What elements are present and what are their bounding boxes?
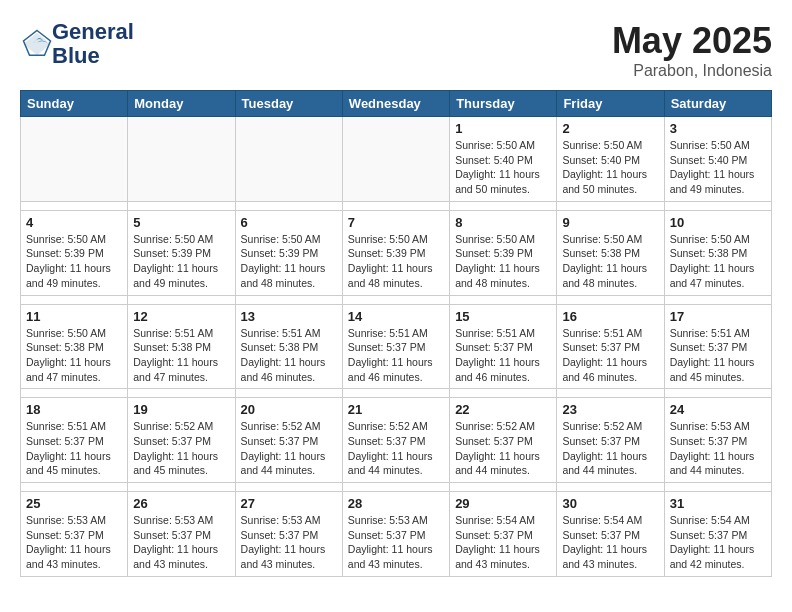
calendar-cell: 9Sunrise: 5:50 AM Sunset: 5:38 PM Daylig… [557, 210, 664, 295]
calendar-cell [235, 117, 342, 202]
calendar-cell: 18Sunrise: 5:51 AM Sunset: 5:37 PM Dayli… [21, 398, 128, 483]
day-number: 14 [348, 309, 444, 324]
day-number: 29 [455, 496, 551, 511]
calendar-cell [21, 117, 128, 202]
day-number: 28 [348, 496, 444, 511]
day-number: 21 [348, 402, 444, 417]
calendar-cell [128, 117, 235, 202]
day-info: Sunrise: 5:52 AM Sunset: 5:37 PM Dayligh… [455, 419, 551, 478]
calendar-cell: 12Sunrise: 5:51 AM Sunset: 5:38 PM Dayli… [128, 304, 235, 389]
day-number: 11 [26, 309, 122, 324]
day-info: Sunrise: 5:53 AM Sunset: 5:37 PM Dayligh… [348, 513, 444, 572]
calendar-cell: 23Sunrise: 5:52 AM Sunset: 5:37 PM Dayli… [557, 398, 664, 483]
day-info: Sunrise: 5:52 AM Sunset: 5:37 PM Dayligh… [133, 419, 229, 478]
weekday-header-sunday: Sunday [21, 91, 128, 117]
calendar-cell: 6Sunrise: 5:50 AM Sunset: 5:39 PM Daylig… [235, 210, 342, 295]
logo-icon [22, 29, 52, 59]
day-number: 5 [133, 215, 229, 230]
calendar-week-4: 18Sunrise: 5:51 AM Sunset: 5:37 PM Dayli… [21, 398, 772, 483]
day-info: Sunrise: 5:50 AM Sunset: 5:38 PM Dayligh… [26, 326, 122, 385]
calendar-cell: 17Sunrise: 5:51 AM Sunset: 5:37 PM Dayli… [664, 304, 771, 389]
day-number: 4 [26, 215, 122, 230]
day-number: 26 [133, 496, 229, 511]
day-info: Sunrise: 5:50 AM Sunset: 5:39 PM Dayligh… [26, 232, 122, 291]
day-number: 17 [670, 309, 766, 324]
day-info: Sunrise: 5:51 AM Sunset: 5:37 PM Dayligh… [26, 419, 122, 478]
day-info: Sunrise: 5:53 AM Sunset: 5:37 PM Dayligh… [26, 513, 122, 572]
day-info: Sunrise: 5:50 AM Sunset: 5:39 PM Dayligh… [348, 232, 444, 291]
calendar-cell: 27Sunrise: 5:53 AM Sunset: 5:37 PM Dayli… [235, 492, 342, 577]
day-number: 15 [455, 309, 551, 324]
logo: General Blue [20, 20, 134, 68]
calendar-cell: 3Sunrise: 5:50 AM Sunset: 5:40 PM Daylig… [664, 117, 771, 202]
calendar-week-3: 11Sunrise: 5:50 AM Sunset: 5:38 PM Dayli… [21, 304, 772, 389]
day-info: Sunrise: 5:51 AM Sunset: 5:37 PM Dayligh… [348, 326, 444, 385]
calendar-cell: 11Sunrise: 5:50 AM Sunset: 5:38 PM Dayli… [21, 304, 128, 389]
calendar-week-1: 1Sunrise: 5:50 AM Sunset: 5:40 PM Daylig… [21, 117, 772, 202]
day-number: 16 [562, 309, 658, 324]
weekday-header-tuesday: Tuesday [235, 91, 342, 117]
day-info: Sunrise: 5:54 AM Sunset: 5:37 PM Dayligh… [562, 513, 658, 572]
calendar-header: SundayMondayTuesdayWednesdayThursdayFrid… [21, 91, 772, 117]
calendar-cell: 21Sunrise: 5:52 AM Sunset: 5:37 PM Dayli… [342, 398, 449, 483]
week-separator [21, 389, 772, 398]
calendar-cell: 13Sunrise: 5:51 AM Sunset: 5:38 PM Dayli… [235, 304, 342, 389]
calendar-table: SundayMondayTuesdayWednesdayThursdayFrid… [20, 90, 772, 577]
day-info: Sunrise: 5:50 AM Sunset: 5:40 PM Dayligh… [562, 138, 658, 197]
calendar-cell: 10Sunrise: 5:50 AM Sunset: 5:38 PM Dayli… [664, 210, 771, 295]
day-info: Sunrise: 5:51 AM Sunset: 5:38 PM Dayligh… [241, 326, 337, 385]
page-header: General Blue May 2025 Parabon, Indonesia [20, 20, 772, 80]
day-number: 13 [241, 309, 337, 324]
day-info: Sunrise: 5:50 AM Sunset: 5:40 PM Dayligh… [455, 138, 551, 197]
calendar-cell: 19Sunrise: 5:52 AM Sunset: 5:37 PM Dayli… [128, 398, 235, 483]
day-number: 10 [670, 215, 766, 230]
day-number: 24 [670, 402, 766, 417]
calendar-cell: 7Sunrise: 5:50 AM Sunset: 5:39 PM Daylig… [342, 210, 449, 295]
day-number: 23 [562, 402, 658, 417]
day-info: Sunrise: 5:50 AM Sunset: 5:39 PM Dayligh… [133, 232, 229, 291]
day-info: Sunrise: 5:52 AM Sunset: 5:37 PM Dayligh… [241, 419, 337, 478]
day-number: 20 [241, 402, 337, 417]
weekday-row: SundayMondayTuesdayWednesdayThursdayFrid… [21, 91, 772, 117]
weekday-header-friday: Friday [557, 91, 664, 117]
calendar-week-5: 25Sunrise: 5:53 AM Sunset: 5:37 PM Dayli… [21, 492, 772, 577]
day-info: Sunrise: 5:54 AM Sunset: 5:37 PM Dayligh… [670, 513, 766, 572]
day-info: Sunrise: 5:50 AM Sunset: 5:38 PM Dayligh… [562, 232, 658, 291]
day-number: 12 [133, 309, 229, 324]
calendar-cell: 14Sunrise: 5:51 AM Sunset: 5:37 PM Dayli… [342, 304, 449, 389]
day-number: 19 [133, 402, 229, 417]
day-number: 2 [562, 121, 658, 136]
weekday-header-wednesday: Wednesday [342, 91, 449, 117]
day-number: 8 [455, 215, 551, 230]
calendar-cell: 16Sunrise: 5:51 AM Sunset: 5:37 PM Dayli… [557, 304, 664, 389]
day-number: 31 [670, 496, 766, 511]
calendar-cell: 20Sunrise: 5:52 AM Sunset: 5:37 PM Dayli… [235, 398, 342, 483]
weekday-header-monday: Monday [128, 91, 235, 117]
week-separator [21, 295, 772, 304]
day-info: Sunrise: 5:50 AM Sunset: 5:40 PM Dayligh… [670, 138, 766, 197]
day-info: Sunrise: 5:51 AM Sunset: 5:37 PM Dayligh… [670, 326, 766, 385]
day-number: 27 [241, 496, 337, 511]
day-number: 25 [26, 496, 122, 511]
day-number: 30 [562, 496, 658, 511]
calendar-cell: 5Sunrise: 5:50 AM Sunset: 5:39 PM Daylig… [128, 210, 235, 295]
calendar-body: 1Sunrise: 5:50 AM Sunset: 5:40 PM Daylig… [21, 117, 772, 577]
week-separator [21, 201, 772, 210]
day-number: 3 [670, 121, 766, 136]
calendar-cell: 22Sunrise: 5:52 AM Sunset: 5:37 PM Dayli… [450, 398, 557, 483]
day-info: Sunrise: 5:51 AM Sunset: 5:37 PM Dayligh… [455, 326, 551, 385]
calendar-cell: 24Sunrise: 5:53 AM Sunset: 5:37 PM Dayli… [664, 398, 771, 483]
calendar-cell: 26Sunrise: 5:53 AM Sunset: 5:37 PM Dayli… [128, 492, 235, 577]
day-number: 7 [348, 215, 444, 230]
day-number: 18 [26, 402, 122, 417]
day-info: Sunrise: 5:50 AM Sunset: 5:39 PM Dayligh… [455, 232, 551, 291]
month-title: May 2025 [612, 20, 772, 62]
calendar-cell: 31Sunrise: 5:54 AM Sunset: 5:37 PM Dayli… [664, 492, 771, 577]
day-info: Sunrise: 5:50 AM Sunset: 5:38 PM Dayligh… [670, 232, 766, 291]
day-info: Sunrise: 5:51 AM Sunset: 5:37 PM Dayligh… [562, 326, 658, 385]
calendar-cell: 1Sunrise: 5:50 AM Sunset: 5:40 PM Daylig… [450, 117, 557, 202]
calendar-cell: 15Sunrise: 5:51 AM Sunset: 5:37 PM Dayli… [450, 304, 557, 389]
week-separator [21, 483, 772, 492]
weekday-header-thursday: Thursday [450, 91, 557, 117]
day-number: 1 [455, 121, 551, 136]
